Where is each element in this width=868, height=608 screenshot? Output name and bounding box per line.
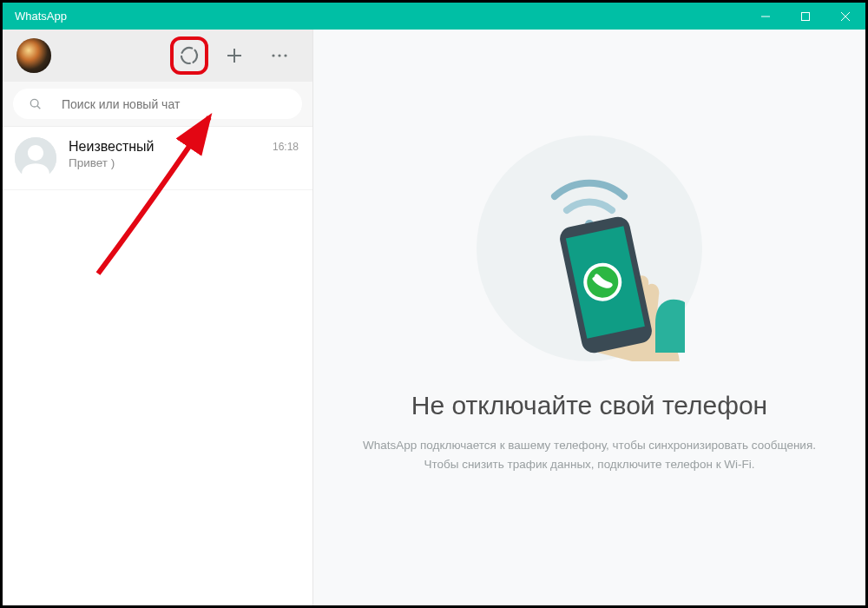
status-icon	[179, 45, 200, 66]
contact-avatar	[15, 137, 56, 179]
close-button[interactable]	[825, 3, 865, 30]
plus-icon	[224, 45, 245, 66]
sidebar: Неизвестный Привет ) 16:18	[3, 30, 313, 605]
svg-point-4	[179, 45, 200, 66]
app-title: WhatsApp	[15, 10, 67, 23]
chat-preview: Привет )	[69, 156, 260, 169]
new-chat-button[interactable]	[215, 36, 253, 75]
chat-list: Неизвестный Привет ) 16:18	[3, 127, 312, 605]
profile-avatar[interactable]	[16, 38, 51, 73]
svg-line-11	[37, 106, 40, 109]
main-subline: WhatsApp подключается к вашему телефону,…	[348, 436, 831, 473]
chat-list-item[interactable]: Неизвестный Привет ) 16:18	[3, 127, 312, 190]
titlebar: WhatsApp	[3, 3, 865, 30]
search-bar	[3, 82, 312, 127]
menu-button[interactable]	[260, 36, 299, 75]
chat-time: 16:18	[273, 137, 299, 153]
status-button[interactable]	[170, 36, 208, 75]
window-controls	[746, 3, 865, 30]
svg-point-9	[284, 54, 286, 56]
menu-dots-icon	[269, 45, 290, 66]
main-headline: Не отключайте свой телефон	[411, 391, 767, 420]
chat-name: Неизвестный	[69, 139, 260, 155]
search-field[interactable]	[13, 89, 302, 119]
search-icon	[29, 97, 43, 111]
maximize-button[interactable]	[786, 3, 825, 30]
svg-rect-1	[802, 12, 810, 20]
sidebar-header	[3, 30, 312, 82]
main-panel: Не отключайте свой телефон WhatsApp подк…	[313, 30, 865, 605]
svg-point-10	[30, 99, 38, 107]
minimize-button[interactable]	[746, 3, 786, 30]
svg-point-7	[272, 54, 274, 56]
connect-illustration	[477, 135, 702, 361]
svg-point-8	[278, 54, 280, 56]
search-input[interactable]	[62, 97, 290, 111]
default-avatar-icon	[15, 137, 56, 179]
